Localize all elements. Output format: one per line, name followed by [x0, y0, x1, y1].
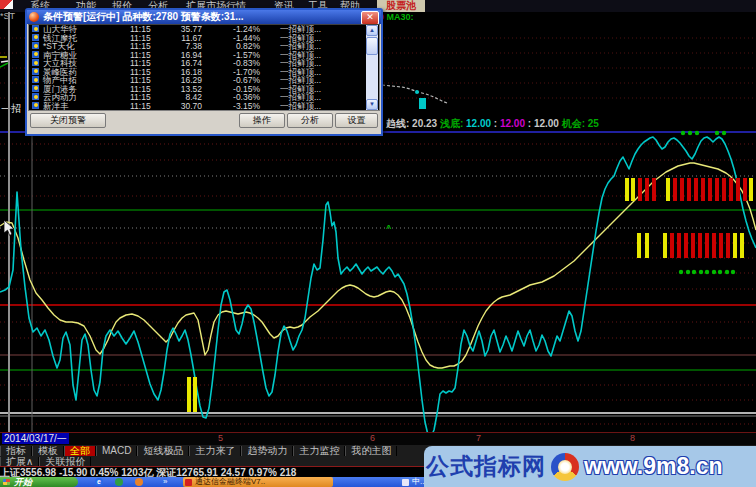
alert-stock-list: 山大华特11:1535.77-1.24%一招鲜顶...钱江摩托11:1511.6… — [28, 24, 380, 111]
indicator-header-segment: 趋线: — [386, 118, 412, 129]
ie-icon[interactable]: e — [95, 478, 103, 486]
indicator-header-segment: 12.00 — [534, 118, 562, 129]
alert-cell-name: 新洋丰 — [43, 102, 69, 111]
mouse-cursor-icon — [4, 220, 16, 237]
alert-row[interactable]: 钱江摩托11:1511.67-1.44%一招鲜顶... — [29, 34, 379, 43]
windows-logo-icon — [3, 479, 10, 485]
close-alert-button[interactable]: 关闭预警 — [30, 113, 106, 128]
alert-row[interactable]: 南宁糖业11:1516.94-1.57%一招鲜顶... — [29, 51, 379, 60]
signal-bar — [652, 178, 656, 201]
indicator-header-segment: 12.00 — [466, 118, 494, 129]
scrollbar-thumb[interactable] — [366, 37, 378, 55]
signal-bar — [680, 178, 684, 201]
operate-button[interactable]: 操作 — [239, 113, 285, 128]
month-tick-label: 8 — [630, 433, 635, 444]
signal-bar — [187, 377, 191, 412]
alert-icon — [32, 93, 39, 100]
green-signal-dot — [699, 270, 703, 274]
alert-cell-sig: 一招鲜顶... — [280, 102, 321, 111]
alert-row[interactable]: 景峰医药11:1516.18-1.70%一招鲜顶... — [29, 68, 379, 77]
alert-row[interactable]: 物产中拓11:1516.29-0.67%一招鲜顶... — [29, 76, 379, 85]
signal-bar — [694, 178, 698, 201]
signal-bar — [687, 178, 691, 201]
green-signal-dot — [681, 131, 685, 135]
signal-bar — [691, 233, 695, 258]
signal-bar — [749, 178, 753, 201]
signal-bar — [684, 233, 688, 258]
alert-bell-icon — [29, 12, 39, 22]
month-tick-label: 5 — [218, 433, 223, 444]
signal-bar — [722, 178, 726, 201]
alert-row[interactable]: *ST天化11:157.380.82%一招鲜顶... — [29, 42, 379, 51]
alert-rows-container: 山大华特11:1535.77-1.24%一招鲜顶...钱江摩托11:1511.6… — [29, 25, 379, 110]
chart-timeline: 2014/03/17/一 5678 — [0, 432, 756, 446]
taskbar-item-tdx[interactable]: 通达信金融终端V7.. — [183, 477, 333, 487]
svg-text:^: ^ — [386, 223, 392, 233]
alert-window-titlebar[interactable]: 条件预警[运行中] 品种数:2780 预警条数:31... ✕ — [27, 10, 381, 24]
start-button[interactable]: 开始 — [0, 477, 78, 487]
signal-bar — [666, 178, 670, 201]
settings-button[interactable]: 设置 — [335, 113, 378, 128]
green-signal-dot — [688, 131, 692, 135]
alert-row[interactable]: 云内动力11:158.42-0.36%一招鲜顶... — [29, 93, 379, 102]
signal-bar — [708, 178, 712, 201]
analyze-button[interactable]: 分析 — [287, 113, 333, 128]
quick-launch-overflow-icon[interactable]: » — [163, 477, 167, 487]
alert-cell-price: 30.70 — [162, 102, 202, 111]
alert-icon — [32, 85, 39, 92]
indicator-header-segment: 20.23 — [412, 118, 440, 129]
watermark-logo-icon — [551, 453, 579, 481]
cursor-date-label: 2014/03/17/一 — [2, 433, 69, 444]
task2-icon — [402, 479, 409, 486]
signal-bar — [719, 233, 723, 258]
signal-bar — [663, 233, 667, 258]
orange-app-icon[interactable] — [135, 478, 143, 486]
close-icon[interactable]: ✕ — [361, 11, 379, 24]
signal-bar — [743, 178, 747, 201]
green-signal-dot — [715, 131, 719, 135]
indicator-header-segment: 25 — [588, 118, 599, 129]
alert-icon — [32, 59, 39, 66]
signal-bar — [701, 178, 705, 201]
signal-bar — [712, 233, 716, 258]
month-tick-label: 6 — [370, 433, 375, 444]
green-app-icon[interactable] — [115, 478, 123, 486]
green-signal-dot — [692, 270, 696, 274]
alert-cell-chg: -3.15% — [208, 102, 260, 111]
alert-icon — [32, 102, 39, 109]
signal-bar — [677, 233, 681, 258]
green-signal-dot — [679, 270, 683, 274]
green-signal-dot — [725, 270, 729, 274]
signal-bar — [736, 178, 740, 201]
indicator-header-segment: 机会: — [562, 118, 588, 129]
signal-bar — [729, 178, 733, 201]
signal-bar — [705, 233, 709, 258]
signal-bar — [645, 233, 649, 258]
fast-line — [0, 137, 756, 437]
green-signal-dot — [686, 270, 690, 274]
alert-row[interactable]: 大立科技11:1516.74-0.83%一招鲜顶... — [29, 59, 379, 68]
green-signal-dot — [695, 131, 699, 135]
scroll-down-icon[interactable]: ▼ — [366, 99, 378, 110]
scroll-up-icon[interactable]: ▲ — [366, 25, 378, 36]
signal-bar — [637, 233, 641, 258]
signal-bar — [715, 178, 719, 201]
green-signal-dot — [731, 270, 735, 274]
alert-window-title: 条件预警[运行中] 品种数:2780 预警条数:31... — [43, 11, 244, 22]
alert-cell-time: 11:15 — [130, 102, 151, 111]
alert-row[interactable]: 山大华特11:1535.77-1.24%一招鲜顶... — [29, 25, 379, 34]
alert-list-scrollbar[interactable]: ▲ ▼ — [366, 25, 378, 110]
alert-icon — [32, 42, 39, 49]
signal-bar — [673, 178, 677, 201]
watermark-url: www.9m8.cn — [584, 453, 722, 480]
signal-bar — [726, 233, 730, 258]
alert-row[interactable]: 厦门港务11:1513.52-0.15%一招鲜顶... — [29, 85, 379, 94]
alert-icon — [32, 68, 39, 75]
green-signal-dot — [718, 270, 722, 274]
alert-row[interactable]: 新洋丰11:1530.70-3.15%一招鲜顶... — [29, 102, 379, 111]
tdx-task-icon — [185, 479, 192, 486]
signal-bar — [740, 233, 744, 258]
signal-bar — [733, 233, 737, 258]
watermark-site-name: 公式指标网 — [426, 451, 546, 482]
signal-bar — [670, 233, 674, 258]
